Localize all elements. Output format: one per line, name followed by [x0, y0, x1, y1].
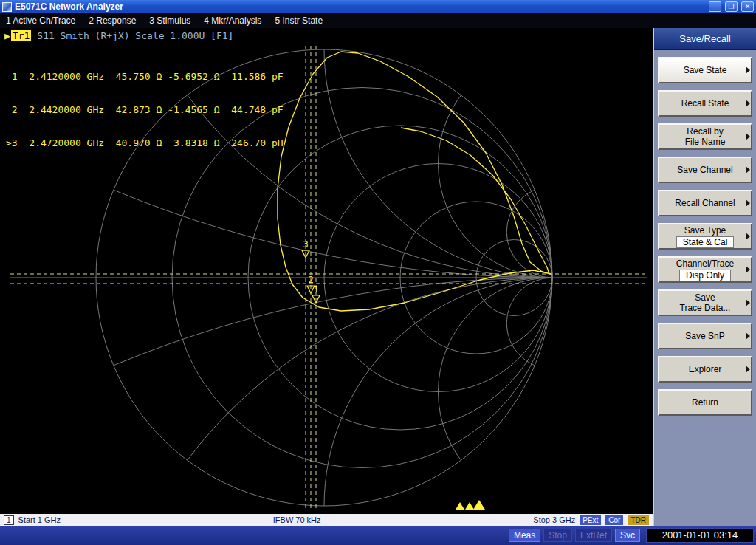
plot-area: 123 ▶ Tr1 S11 Smith (R+jX) Scale 1.000U …: [0, 28, 653, 526]
submenu-arrow-icon: [746, 66, 750, 74]
softkey-channel-trace[interactable]: Channel/Trace Disp Only: [658, 256, 752, 283]
app-icon: [2, 2, 12, 12]
main-area: 123 ▶ Tr1 S11 Smith (R+jX) Scale 1.000U …: [0, 28, 756, 526]
active-trace-arrow-icon: ▶: [4, 30, 10, 41]
instrument-status-bar: Meas Stop ExtRef Svc 2001-01-01 03:14: [0, 526, 756, 545]
menu-bar: 1 Active Ch/Trace 2 Response 3 Stimulus …: [0, 13, 756, 28]
softkey-value: Disp Only: [679, 270, 731, 281]
close-button[interactable]: ✕: [741, 1, 754, 12]
submenu-arrow-icon: [746, 233, 750, 240]
softkey-sidebar: Save/Recall Save State Recall State Reca…: [653, 28, 756, 526]
stop-frequency: Stop 3 GHz: [533, 515, 575, 524]
svc-indicator: Svc: [615, 529, 640, 542]
maximize-button[interactable]: ❐: [725, 1, 738, 12]
softkey-save-type[interactable]: Save Type State & Cal: [658, 223, 752, 250]
submenu-arrow-icon: [746, 332, 750, 340]
softkey-label: Save: [695, 292, 715, 303]
trace-status-line: ▶ Tr1 S11 Smith (R+jX) Scale 1.000U [F1]: [4, 30, 233, 41]
softkey-recall-channel[interactable]: Recall Channel: [658, 190, 752, 216]
softkey-label: Channel/Trace: [676, 258, 734, 269]
menu-mkr-analysis[interactable]: 4 Mkr/Analysis: [204, 16, 261, 26]
softkey-save-state[interactable]: Save State: [658, 57, 752, 83]
softkey-label: Return: [692, 397, 718, 408]
meas-indicator: Meas: [509, 529, 540, 542]
softkey-label: Recall Channel: [675, 198, 735, 208]
softkey-label: Save State: [684, 65, 727, 75]
extref-indicator: ExtRef: [575, 529, 612, 542]
window-title: E5071C Network Analyzer: [15, 1, 705, 12]
trace-info: S11 Smith (R+jX) Scale 1.000U [F1]: [37, 30, 233, 41]
start-frequency: Start 1 GHz: [18, 515, 61, 524]
softkey-explorer[interactable]: Explorer: [658, 356, 752, 383]
submenu-arrow-icon: [746, 100, 750, 107]
softkey-label: Explorer: [689, 364, 722, 374]
softkey-label: Save Type: [684, 225, 726, 236]
softkey-label: Recall by: [687, 126, 723, 137]
softkey-return[interactable]: Return: [658, 389, 752, 416]
submenu-arrow-icon: [746, 266, 750, 273]
softkey-save-channel[interactable]: Save Channel: [658, 157, 752, 183]
minimize-button[interactable]: ─: [709, 1, 721, 12]
softkey-save-snp[interactable]: Save SnP: [658, 323, 752, 349]
marker-table: 1 2.4120000 GHz 45.750 Ω -5.6952 Ω 11.58…: [6, 49, 284, 171]
softkey-label: Save SnP: [685, 331, 724, 341]
tdr-indicator: TDR: [628, 515, 649, 525]
datetime-display: 2001-01-01 03:14: [646, 528, 754, 543]
separator: [504, 529, 504, 542]
softkey-label: Recall State: [681, 98, 729, 109]
menu-stimulus[interactable]: 3 Stimulus: [149, 16, 190, 26]
marker-row: 1 2.4120000 GHz 45.750 Ω -5.6952 Ω 11.58…: [6, 71, 284, 82]
submenu-arrow-icon: [746, 166, 750, 174]
softkey-label: File Name: [685, 137, 726, 147]
softkey-value: State & Cal: [676, 236, 735, 248]
svg-text:3: 3: [303, 239, 308, 250]
svg-text:2: 2: [308, 275, 313, 285]
channel-status-bar: 1 Start 1 GHz IFBW 70 kHz Stop 3 GHz PEx…: [0, 514, 653, 526]
pext-indicator: PExt: [580, 515, 601, 525]
submenu-arrow-icon: [746, 299, 750, 306]
menu-active-ch-trace[interactable]: 1 Active Ch/Trace: [6, 16, 75, 26]
softkey-menu-title: Save/Recall: [654, 28, 756, 50]
softkey-label: Trace Data...: [680, 303, 731, 313]
submenu-arrow-icon: [746, 366, 750, 373]
softkey-save-trace-data[interactable]: Save Trace Data...: [658, 289, 752, 316]
marker-row: 2 2.4420000 GHz 42.873 Ω -1.4565 Ω 44.74…: [6, 104, 284, 115]
marker-row: >3 2.4720000 GHz 40.970 Ω 3.8318 Ω 246.7…: [6, 137, 284, 148]
softkey-recall-state[interactable]: Recall State: [658, 90, 752, 117]
menu-response[interactable]: 2 Response: [89, 16, 136, 26]
softkey-recall-by-file-name[interactable]: Recall by File Name: [658, 123, 752, 150]
submenu-arrow-icon: [746, 199, 750, 207]
menu-instr-state[interactable]: 5 Instr State: [275, 16, 323, 26]
ifbw-value: IFBW 70 kHz: [273, 515, 321, 524]
trace-label[interactable]: Tr1: [11, 30, 31, 41]
cor-indicator: Cor: [605, 515, 623, 525]
channel-indicator: 1: [4, 515, 14, 525]
submenu-arrow-icon: [746, 133, 750, 140]
title-bar: E5071C Network Analyzer ─ ❐ ✕: [0, 0, 756, 13]
softkey-label: Save Channel: [677, 165, 732, 175]
stop-indicator: Stop: [543, 529, 572, 542]
